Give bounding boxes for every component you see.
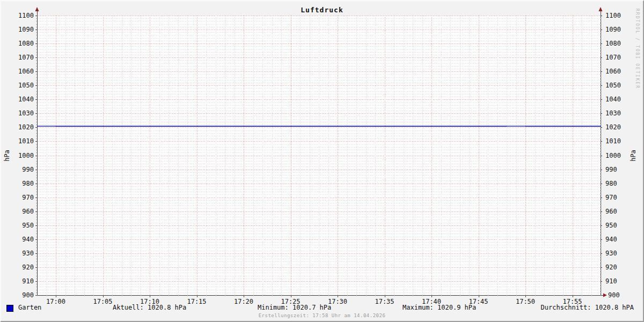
y-tick-label-left: 1040 — [18, 96, 34, 103]
y-tick-label-right: 980 — [605, 180, 617, 187]
y-tick-label-right: 910 — [605, 277, 617, 285]
creation-timestamp: Erstellungszeit: 17:58 Uhr am 14.04.2026 — [1, 313, 643, 318]
y-tick-label-right: 1020 — [605, 123, 621, 131]
stat-durchschnitt: Durchschnitt: 1020.8 hPA — [541, 304, 634, 311]
y-tick-label-right: 1070 — [605, 54, 621, 61]
y-tick-label-left: 950 — [22, 222, 34, 229]
y-tick-label-left: 990 — [22, 166, 34, 173]
y-tick-label-left: 1050 — [18, 82, 34, 89]
y-tick-label-left: 960 — [22, 208, 34, 215]
stat-aktuell: Aktuell: 1020.8 hPa — [113, 304, 186, 311]
y-tick-label-right: 1100 — [605, 12, 621, 19]
y-tick-label-left: 1020 — [18, 123, 34, 131]
axis-arrow-up-right — [599, 7, 603, 11]
y-tick-label-right: 1010 — [605, 137, 621, 145]
y-tick-label-right: 1030 — [605, 109, 621, 117]
stat-minimum: Minimum: 1020.7 hPa — [258, 304, 331, 311]
rrdtool-watermark: RRDTOOL / TOBI OETIKER — [635, 9, 640, 89]
y-tick-label-left: 1070 — [18, 54, 34, 61]
y-tick-label-right: 1000 — [605, 152, 621, 159]
y-tick-label-left: 1100 — [18, 12, 34, 19]
axis-arrow-right — [603, 294, 607, 297]
y-tick-label-right: 1050 — [605, 82, 621, 89]
stat-maximum: Maximum: 1020.9 hPa — [402, 304, 476, 311]
y-tick-label-right: 960 — [605, 208, 617, 215]
y-tick-label-right: 1060 — [605, 68, 621, 75]
y-tick-label-left: 930 — [22, 250, 34, 257]
y-tick-label-left: 970 — [22, 194, 34, 201]
rrdtool-graph-image: Luftdruck 900900910910920920930930940940… — [0, 0, 644, 322]
y-tick-label-left: 920 — [22, 264, 34, 271]
y-tick-label-right: 1080 — [605, 40, 621, 47]
y-tick-label-left: 1080 — [18, 40, 34, 47]
y-tick-label-right: 970 — [605, 194, 617, 201]
y-tick-label-left: 1010 — [18, 137, 34, 145]
y-tick-label-right: 940 — [605, 236, 617, 243]
y-tick-label-right: 990 — [605, 166, 617, 173]
series-label: Garten — [18, 304, 41, 311]
y-tick-label-left: 1060 — [18, 68, 34, 75]
y-tick-label-right: 920 — [605, 264, 617, 271]
y-tick-label-right: 930 — [605, 250, 617, 257]
y-axis-label-left: hPa — [3, 145, 11, 166]
y-tick-label-left: 910 — [22, 277, 34, 285]
y-tick-label-right: 950 — [605, 222, 617, 229]
y-axis-label-right: hPa — [630, 145, 637, 166]
axis-arrow-up-left — [35, 7, 39, 11]
pressure-chart: 9009009109109209209309309409409509509609… — [1, 1, 644, 322]
y-tick-label-left: 940 — [22, 236, 34, 243]
y-tick-label-left: 1030 — [18, 109, 34, 117]
y-tick-label-left: 900 — [22, 291, 34, 299]
y-tick-label-left: 980 — [22, 180, 34, 187]
y-tick-label-left: 1000 — [18, 152, 34, 159]
y-tick-label-left: 1090 — [18, 26, 34, 33]
series-color-swatch — [6, 305, 13, 312]
y-tick-label-right: 900 — [608, 291, 620, 299]
legend: Garten Aktuell: 1020.8 hPa Minimum: 1020… — [1, 304, 643, 312]
y-tick-label-right: 1090 — [605, 26, 621, 33]
y-tick-label-right: 1040 — [605, 96, 621, 103]
